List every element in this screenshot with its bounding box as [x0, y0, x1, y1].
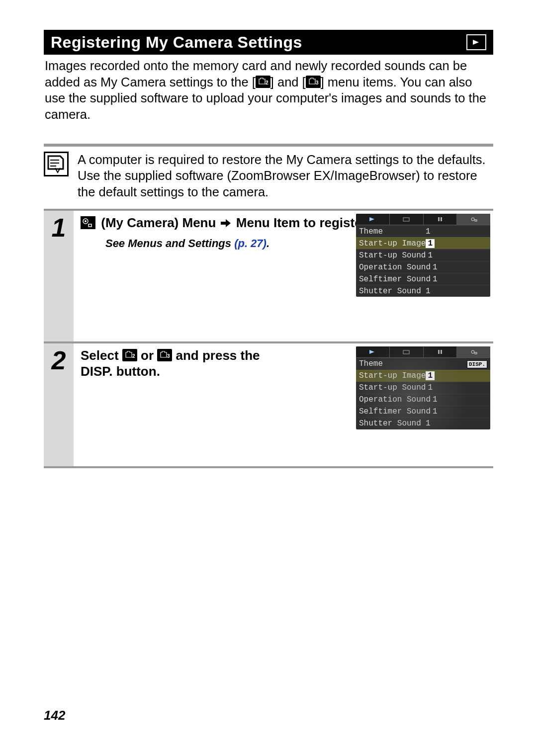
- menu-row-operation-sound: Operation Sound1: [356, 394, 490, 406]
- menu-tabs: [356, 346, 490, 358]
- intro-text-2: ] and [: [270, 75, 306, 89]
- tab-print-icon: [390, 214, 424, 225]
- step-2-heading: Select 2 or 3 and press the DISP. button…: [81, 347, 294, 380]
- menu-row-selftimer-sound: Selftimer Sound1: [356, 406, 490, 418]
- svg-rect-5: [89, 224, 91, 227]
- svg-rect-20: [475, 352, 477, 354]
- svg-rect-17: [438, 350, 440, 354]
- svg-marker-0: [473, 40, 479, 45]
- tip-text: A computer is required to restore the My…: [78, 152, 493, 200]
- camera-menu-screenshot-1: Theme1 Start-up Image1 Start-up Sound1 O…: [356, 214, 490, 297]
- my-camera-slot-3-icon: 3: [157, 349, 172, 361]
- tip-box: A computer is required to restore the My…: [44, 144, 493, 200]
- tab-playback-icon: [356, 346, 390, 357]
- svg-point-19: [471, 350, 474, 353]
- menu-row-startup-image: Start-up Image1: [356, 237, 490, 249]
- section-title: Registering My Camera Settings: [51, 33, 302, 52]
- tab-mycamera-icon: [457, 346, 490, 357]
- step-2: 2 Select 2 or 3 and press the DISP. butt…: [44, 341, 493, 468]
- section-title-bar: Registering My Camera Settings: [44, 30, 493, 55]
- svg-text:2: 2: [132, 353, 135, 359]
- tab-playback-icon: [356, 214, 390, 225]
- page-number: 142: [44, 708, 65, 723]
- svg-point-11: [471, 218, 474, 221]
- note-icon: [44, 152, 69, 176]
- see-reference: See Menus and Settings (p. 27).: [81, 237, 294, 250]
- camera-menu-screenshot-2: DISP. Theme Start-up Image1 Start-up Sou…: [356, 346, 490, 429]
- svg-rect-16: [403, 350, 409, 354]
- svg-marker-6: [221, 219, 231, 227]
- page-reference-link[interactable]: (p. 27): [234, 237, 267, 250]
- svg-rect-12: [475, 220, 477, 221]
- step-1: 1 (My Camera) Menu Menu Item to register…: [44, 209, 493, 341]
- svg-rect-8: [403, 218, 409, 221]
- my-camera-slot-3-icon: 3: [306, 76, 321, 88]
- step-number: 2: [44, 343, 74, 466]
- svg-text:2: 2: [266, 80, 268, 85]
- disp-button-label: DISP.: [81, 364, 113, 379]
- svg-text:3: 3: [167, 353, 170, 359]
- menu-row-shutter-sound: Shutter Sound1: [356, 285, 490, 297]
- tab-setup-icon: [424, 214, 457, 225]
- menu-row-startup-sound: Start-up Sound1: [356, 249, 490, 261]
- disp-indicator: DISP.: [467, 360, 487, 368]
- svg-rect-18: [441, 350, 442, 354]
- intro-paragraph: Images recorded onto the memory card and…: [44, 55, 493, 123]
- menu-row-startup-sound: Start-up Sound1: [356, 382, 490, 394]
- tab-print-icon: [390, 346, 424, 357]
- menu-tabs: [356, 214, 490, 225]
- menu-row-operation-sound: Operation Sound1: [356, 261, 490, 273]
- step-number: 1: [44, 211, 74, 341]
- my-camera-slot-2-icon: 2: [122, 349, 137, 361]
- menu-row-startup-image: Start-up Image1: [356, 370, 490, 382]
- playback-mode-icon: [466, 34, 486, 50]
- svg-marker-15: [369, 350, 374, 354]
- svg-point-4: [85, 220, 87, 222]
- menu-row-shutter-sound: Shutter Sound1: [356, 418, 490, 429]
- tab-mycamera-icon: [457, 214, 490, 225]
- menu-row-theme: Theme1: [356, 225, 490, 237]
- tab-setup-icon: [424, 346, 457, 357]
- svg-rect-10: [441, 217, 442, 221]
- svg-rect-9: [438, 217, 440, 221]
- my-camera-slot-2-icon: 2: [256, 76, 270, 88]
- arrow-right-icon: [221, 216, 232, 232]
- my-camera-menu-icon: [81, 216, 95, 229]
- steps-list: 1 (My Camera) Menu Menu Item to register…: [44, 209, 493, 468]
- svg-text:3: 3: [316, 80, 319, 85]
- menu-row-selftimer-sound: Selftimer Sound1: [356, 273, 490, 285]
- svg-marker-7: [369, 217, 374, 221]
